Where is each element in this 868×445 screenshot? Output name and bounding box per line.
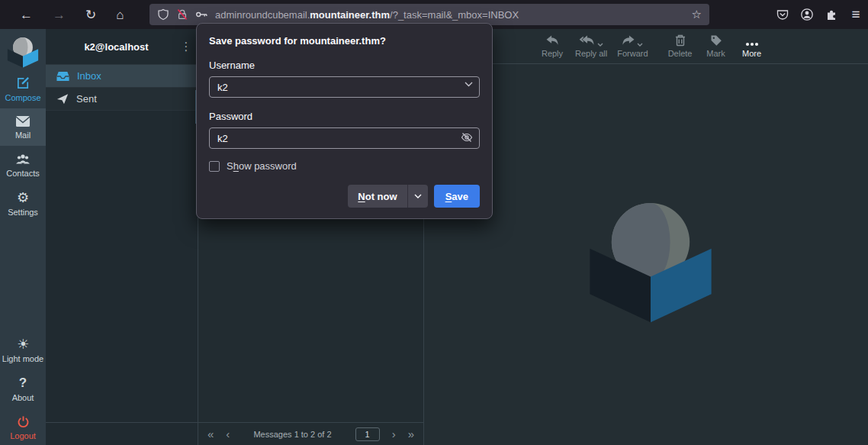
- toolbar-button-label: Reply: [542, 49, 563, 58]
- trash-icon: [675, 34, 686, 47]
- roundcube-logo: [5, 34, 40, 69]
- reload-icon[interactable]: ↻: [85, 8, 96, 21]
- sidebar-item-light-mode[interactable]: ☀ Light mode: [0, 331, 46, 369]
- reply-all-button[interactable]: Reply all: [575, 34, 607, 58]
- toolbar-button-label: Mark: [706, 49, 725, 58]
- sent-plane-icon: [56, 93, 69, 105]
- forward-caret-icon[interactable]: [637, 43, 643, 47]
- not-now-split-button[interactable]: Not now: [348, 185, 427, 208]
- address-bar[interactable]: adminroundcubemail.mountaineer.thm/?_tas…: [149, 4, 709, 25]
- reply-all-caret-icon[interactable]: [597, 43, 603, 47]
- roundcube-watermark-logo: [581, 186, 720, 328]
- account-label: k2@localhost: [46, 41, 175, 53]
- save-button[interactable]: Save: [434, 185, 480, 208]
- not-now-button[interactable]: Not now: [348, 185, 407, 208]
- folder-label: Inbox: [77, 70, 101, 82]
- sidebar-item-contacts[interactable]: Contacts: [0, 146, 46, 184]
- url-text[interactable]: adminroundcubemail.mountaineer.thm/?_tas…: [215, 9, 685, 21]
- sidebar-item-label: Compose: [5, 93, 40, 102]
- mark-button[interactable]: Mark: [703, 34, 729, 58]
- folder-list-empty-area: [46, 111, 198, 422]
- forward-icon: [622, 35, 635, 47]
- last-page-icon[interactable]: »: [408, 428, 414, 440]
- eye-slash-icon[interactable]: [461, 132, 473, 143]
- mail-envelope-icon: [15, 115, 31, 127]
- reply-all-icon: [579, 35, 595, 47]
- sidebar-item-settings[interactable]: ⚙ Settings: [0, 184, 46, 223]
- folder-label: Sent: [76, 93, 97, 105]
- hamburger-menu-icon[interactable]: ≡: [848, 7, 863, 22]
- sidebar-item-label: Contacts: [6, 169, 39, 178]
- compose-icon: [16, 76, 31, 90]
- password-field[interactable]: [209, 127, 480, 149]
- folder-panel-footer: [46, 422, 198, 445]
- settings-gear-icon: ⚙: [17, 191, 29, 205]
- sidebar-item-mail[interactable]: Mail: [0, 108, 46, 146]
- sidebar-item-label: Logout: [10, 431, 36, 440]
- username-field[interactable]: [209, 76, 480, 98]
- not-now-caret-icon[interactable]: [407, 185, 428, 208]
- folder-panel: k2@localhost ⋮ Inbox Sent: [46, 29, 198, 445]
- forward-button[interactable]: Forward: [617, 34, 648, 58]
- bookmark-star-icon[interactable]: ☆: [692, 8, 702, 21]
- forward-icon[interactable]: →: [53, 8, 66, 21]
- account-icon[interactable]: [799, 7, 815, 22]
- extensions-puzzle-icon[interactable]: [824, 7, 839, 22]
- show-password-row[interactable]: Show password: [209, 160, 480, 172]
- sidebar-item-about[interactable]: ? About: [0, 369, 46, 408]
- reply-button[interactable]: Reply: [539, 34, 565, 58]
- light-mode-sun-icon: ☀: [17, 337, 29, 351]
- toolbar-button-label: More: [742, 49, 761, 58]
- save-password-dialog: Save password for mountaineer.thm? Usern…: [196, 23, 493, 219]
- inbox-tray-icon: [56, 71, 69, 82]
- prev-page-icon[interactable]: ‹: [226, 428, 230, 440]
- folder-options-kebab-icon[interactable]: ⋮: [175, 40, 198, 53]
- pocket-icon[interactable]: [775, 7, 790, 22]
- page-number-input[interactable]: [355, 427, 380, 441]
- contacts-people-icon: [15, 153, 31, 166]
- password-label: Password: [209, 111, 480, 122]
- toolbar-button-label: Reply all: [575, 49, 607, 58]
- folder-item-inbox[interactable]: Inbox: [46, 65, 198, 88]
- home-icon[interactable]: ⌂: [116, 8, 124, 21]
- message-list-footer: « ‹ Messages 1 to 2 of 2 › »: [198, 422, 423, 445]
- sidebar-item-label: Mail: [15, 131, 31, 140]
- logout-power-icon: [17, 415, 30, 428]
- sidebar-item-label: About: [12, 393, 34, 402]
- first-page-icon[interactable]: «: [207, 428, 214, 440]
- next-page-icon[interactable]: ›: [392, 428, 396, 440]
- delete-button[interactable]: Delete: [667, 34, 693, 58]
- saved-password-key-icon[interactable]: [195, 8, 208, 21]
- show-password-checkbox[interactable]: [209, 161, 220, 172]
- sidebar-item-compose[interactable]: Compose: [0, 69, 46, 108]
- username-label: Username: [209, 60, 480, 71]
- toolbar-button-label: Forward: [617, 49, 648, 58]
- more-button[interactable]: More: [739, 34, 765, 58]
- toolbar-button-label: Delete: [668, 49, 693, 58]
- show-password-label: Show password: [227, 160, 297, 172]
- back-icon[interactable]: ←: [20, 8, 33, 21]
- reply-icon: [546, 35, 559, 47]
- about-question-icon: ?: [19, 376, 27, 390]
- shield-icon[interactable]: [157, 8, 169, 21]
- more-dots-icon: [745, 42, 759, 47]
- app-sidebar: Compose Mail C: [0, 29, 46, 445]
- sidebar-item-logout[interactable]: Logout: [0, 408, 46, 445]
- pagination-status: Messages 1 to 2 of 2: [242, 430, 342, 439]
- dialog-title: Save password for mountaineer.thm?: [209, 35, 480, 47]
- folder-item-sent[interactable]: Sent: [46, 88, 198, 111]
- sidebar-item-label: Settings: [8, 208, 38, 217]
- tag-icon: [710, 34, 722, 47]
- username-dropdown-chevron-icon[interactable]: [465, 82, 473, 87]
- insecure-lock-icon[interactable]: [176, 8, 188, 21]
- sidebar-item-label: Light mode: [2, 354, 43, 363]
